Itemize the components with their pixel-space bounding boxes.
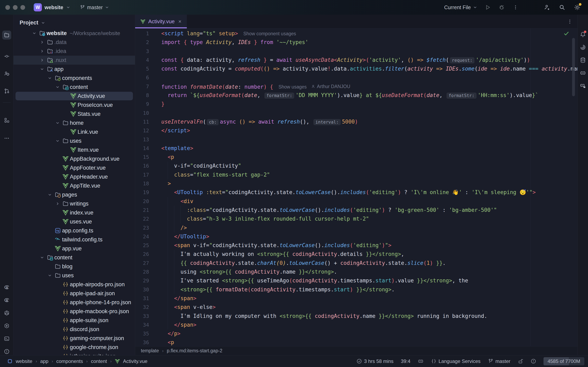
code-line-3[interactable]: 3 [135,47,577,56]
tree-item-apptitle-vue[interactable]: AppTitle.vue [13,181,135,190]
tree-item--nuxt[interactable]: .nuxt [13,56,135,65]
code-line-16[interactable]: 16 v-if="codingActivity" [135,161,577,170]
code-line-12[interactable]: 12</script> [135,126,577,135]
code-line-32[interactable]: 32 <span v-else> [135,303,577,312]
code-vision-hint[interactable]: Show component usages [243,31,296,36]
tree-item--data[interactable]: .data [13,38,135,47]
code-line-21[interactable]: 21 :class="codingActivity.state.toLowerC… [135,206,577,215]
tree-item-discord-json[interactable]: discord.json [13,325,135,334]
tree-item-appheader-vue[interactable]: AppHeader.vue [13,172,135,181]
code-line-30[interactable]: 30 <strong>{{ formatDate(codingActivity.… [135,285,577,294]
problems-tool-button[interactable] [2,347,11,356]
tree-item-apple-ipad-air-json[interactable]: apple-ipad-air.json [13,289,135,298]
status-file-name[interactable]: Activity.vue [123,359,148,364]
chevron-down-icon[interactable] [46,191,53,198]
code-line-4[interactable]: 4const { data: activity, refresh } = awa… [135,56,577,64]
editor-scrollbar[interactable] [572,38,575,96]
code-line-19[interactable]: 19 <UTooltip :text="codingActivity.state… [135,188,577,197]
tree-item-apple-iphone-14-pro-json[interactable]: apple-iphone-14-pro.json [13,298,135,307]
tree-item-pages[interactable]: pages [13,190,135,199]
tree-item-app-config-ts[interactable]: TSapp.config.ts [13,226,135,235]
code-with-me-button[interactable]: ? [2,69,11,78]
chevron-right-icon[interactable] [54,200,61,207]
tree-item-app-vue[interactable]: app.vue [13,244,135,253]
tab-close-icon[interactable]: × [178,18,182,25]
notifications-tool-button[interactable] [579,31,587,38]
pull-requests-tool-button[interactable] [2,86,11,95]
code-line-35[interactable]: 35 </p> [135,329,577,338]
copilot-chat-tool-button[interactable] [579,82,587,90]
status-path-item[interactable]: website [16,359,32,364]
code-line-8[interactable]: 8 return `${useDateFormat(date, formatSt… [135,91,577,100]
tree-item-jetbrains-suite-json[interactable]: jetbrains-suite.json [13,352,135,355]
tree-item-gaming-computer-json[interactable]: gaming-computer.json [13,334,135,343]
code-line-27[interactable]: 27 {{ codingActivity.state.charAt(0).toL… [135,259,577,267]
code-line-28[interactable]: 28 using <strong>{{ codingActivity.name … [135,267,577,276]
run-anything-tool-button[interactable] [2,321,11,330]
breadcrumb-item[interactable]: p.flex.md:items-start.gap-2 [167,348,222,354]
status-path-item[interactable]: app [40,359,48,364]
add-user-button[interactable] [544,4,550,11]
more-tool-windows-button[interactable] [2,134,11,143]
project-widget[interactable]: W website [34,3,70,11]
status-widget-unlock[interactable] [518,359,523,364]
copilot-tool-button[interactable] [579,69,587,77]
tree-item-app[interactable]: app [13,65,135,74]
tree-item-link-vue[interactable]: Link.vue [13,127,135,136]
code-line-7[interactable]: 7function formatDate(date: number) {Show… [135,82,577,91]
terminal-tool-button[interactable] [2,334,11,343]
code-line-29[interactable]: 29 I've started <strong>{{ useTimeAgo(co… [135,276,577,285]
r-console-tool-button[interactable]: R [2,283,11,292]
window-close-button[interactable] [5,5,10,10]
code-line-13[interactable]: 13 [135,135,577,144]
status-widget-bang[interactable] [531,359,536,364]
code-line-14[interactable]: 14<template> [135,144,577,153]
structure-tool-button[interactable] [2,116,11,125]
code-line-5[interactable]: 5const codingActivity = computed(() => a… [135,64,577,73]
debug-button[interactable] [498,4,505,11]
chevron-down-icon[interactable] [54,83,61,91]
tab-activity-vue[interactable]: Activity.vue × [135,15,187,28]
chevron-down-icon[interactable] [31,30,38,37]
tree-item-components[interactable]: components [13,74,135,83]
tree-item-uses[interactable]: uses [13,271,135,280]
tree-item-apple-macbook-pro-json[interactable]: apple-macbook-pro.json [13,307,135,316]
chevron-down-icon[interactable] [46,75,53,82]
tree-item-google-chrome-json[interactable]: google-chrome.json [13,343,135,352]
tree-item-stats-vue[interactable]: Stats.vue [13,109,135,118]
code-line-36[interactable]: 36 <p [135,338,577,346]
tree-item-activity-vue[interactable]: Activity.vue [13,92,135,100]
code-author-hint[interactable]: Arthur DANJOU [311,82,350,91]
code-line-24[interactable]: 24 </UTooltip> [135,232,577,241]
status-path-item[interactable]: components [56,359,83,364]
code-line-11[interactable]: 11useIntervalFn(cb:async () => await ref… [135,117,577,126]
tree-item-apple-airpods-pro-json[interactable]: apple-airpods-pro.json [13,280,135,289]
tree-item-home[interactable]: home [13,118,135,127]
tree-item-proseicon-vue[interactable]: ProseIcon.vue [13,100,135,109]
code-viewport[interactable]: 1<script lang="ts" setup>Show component … [135,29,577,346]
status-widget-39-4[interactable]: 39:4 [401,359,410,364]
graphql-tool-button[interactable] [2,309,11,317]
tree-item-uses[interactable]: uses [13,136,135,145]
code-line-10[interactable]: 10 [135,109,577,117]
code-vision-hint[interactable]: Show usages [278,84,307,90]
tree-item-website[interactable]: website~/Workspace/website [13,29,135,38]
status-widget-4585-of-7700m[interactable]: 4585 of 7700M [544,357,584,365]
commit-tool-button[interactable] [2,52,11,61]
chevron-right-icon[interactable] [38,39,46,46]
tree-item-appfooter-vue[interactable]: AppFooter.vue [13,163,135,172]
status-bar-path[interactable]: website›app›components›content›Activity.… [7,359,147,364]
tree-item-uses-vue[interactable]: uses.vue [13,217,135,226]
window-zoom-button[interactable] [20,5,25,10]
chevron-right-icon[interactable] [38,48,46,55]
code-line-18[interactable]: 18 > [135,179,577,188]
status-widget-language-services[interactable]: Language Services [431,359,480,364]
code-line-1[interactable]: 1<script lang="ts" setup>Show component … [135,29,577,38]
code-line-31[interactable]: 31 </span> [135,294,577,303]
code-line-6[interactable]: 6 [135,73,577,82]
status-widget-master[interactable]: master [488,359,510,364]
search-everywhere-button[interactable] [559,4,566,11]
tree-item-appbackground-vue[interactable]: AppBackground.vue [13,154,135,163]
code-line-26[interactable]: 26 I'm actually working on <strong>{{ co… [135,250,577,259]
inspections-ok-icon[interactable] [563,30,570,37]
